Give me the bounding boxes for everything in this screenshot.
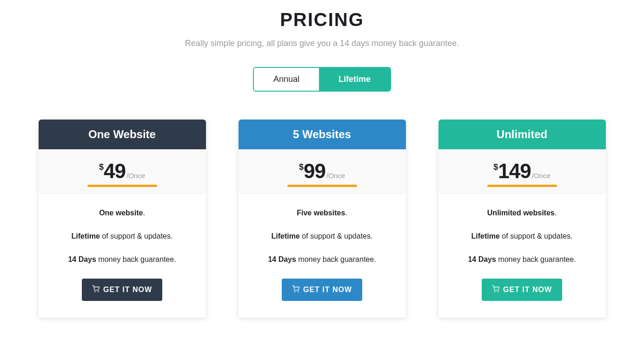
price-block: $49/Once [39,149,206,194]
get-it-now-button[interactable]: GET IT NOW [482,279,562,301]
price-amount: 149 [498,160,531,182]
cta-label: GET IT NOW [303,286,352,294]
pricing-card: Unlimited$149/OnceUnlimited websites.Lif… [438,120,606,318]
price-block: $99/Once [239,149,406,194]
price-amount: 49 [104,160,126,182]
plan-name: 5 Websites [239,120,406,149]
price-amount: 99 [304,160,325,182]
feature-item: One website. [48,209,197,217]
price-period: /Once [126,172,145,180]
feature-item: Five websites. [248,209,397,217]
cta-label: GET IT NOW [503,286,552,294]
feature-item: 14 Days money back guarantee. [48,255,197,264]
feature-list: Unlimited websites.Lifetime of support &… [438,194,606,318]
price-period: /Once [532,172,551,180]
cart-icon [92,285,100,294]
billing-toggle: AnnualLifetime [253,67,391,92]
price-underline [87,185,157,187]
plan-name: Unlimited [438,120,606,149]
feature-list: One website.Lifetime of support & update… [39,194,206,318]
feature-item: Unlimited websites. [448,209,597,217]
price-underline [487,185,557,187]
svg-point-5 [498,291,498,292]
pricing-card: 5 Websites$99/OnceFive websites.Lifetime… [239,120,406,318]
price-underline [287,185,357,187]
svg-point-1 [98,291,99,292]
plan-name: One Website [39,120,206,149]
pricing-card: One Website$49/OnceOne website.Lifetime … [39,120,206,318]
get-it-now-button[interactable]: GET IT NOW [82,279,162,301]
currency-symbol: $ [299,162,304,172]
feature-item: 14 Days money back guarantee. [248,255,397,264]
feature-list: Five websites.Lifetime of support & upda… [239,194,406,318]
svg-point-4 [494,291,495,292]
feature-item: Lifetime of support & updates. [248,232,397,240]
price-block: $149/Once [438,149,606,194]
toggle-option-annual[interactable]: Annual [254,68,319,91]
svg-point-2 [294,291,295,292]
page-subtitle: Really simple pricing, all plans give yo… [20,39,624,48]
feature-item: Lifetime of support & updates. [48,232,197,240]
price-period: /Once [326,172,345,180]
svg-point-3 [298,291,299,292]
currency-symbol: $ [493,162,498,172]
cart-icon [292,285,299,294]
cta-label: GET IT NOW [103,286,152,294]
feature-item: Lifetime of support & updates. [448,232,597,240]
get-it-now-button[interactable]: GET IT NOW [282,279,362,301]
currency-symbol: $ [99,162,104,172]
cart-icon [492,285,499,294]
toggle-option-lifetime[interactable]: Lifetime [319,68,390,91]
page-title: PRICING [20,9,624,30]
pricing-cards: One Website$49/OnceOne website.Lifetime … [20,120,624,318]
feature-item: 14 Days money back guarantee. [448,255,597,264]
svg-point-0 [94,291,95,292]
